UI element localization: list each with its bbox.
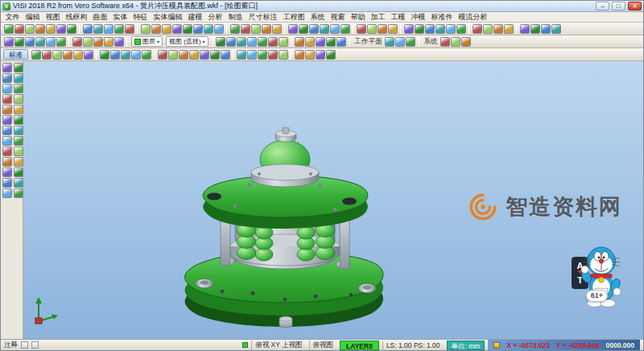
tool-icon[interactable] <box>295 37 304 47</box>
units-indicator[interactable]: 单位: mm <box>447 341 485 350</box>
menu-item[interactable]: 实体编辑 <box>151 12 185 23</box>
tool-icon[interactable] <box>63 50 72 60</box>
menu-item[interactable]: 模流分析 <box>456 12 490 23</box>
tool-icon[interactable] <box>504 24 514 34</box>
tool-icon[interactable] <box>14 157 23 167</box>
tool-icon[interactable] <box>52 50 62 60</box>
tool-icon[interactable] <box>14 37 24 47</box>
tool-icon[interactable] <box>204 24 213 34</box>
tool-icon[interactable] <box>305 50 315 60</box>
tool-icon[interactable] <box>378 24 387 34</box>
tool-icon[interactable] <box>2 167 12 177</box>
annotation-toggle-icon[interactable] <box>21 341 28 349</box>
tool-icon[interactable] <box>46 37 56 47</box>
menu-item[interactable]: 工程图 <box>280 12 308 23</box>
tool-icon[interactable] <box>279 50 288 60</box>
tool-icon[interactable] <box>2 157 12 167</box>
tool-icon[interactable] <box>193 24 203 34</box>
tool-icon[interactable] <box>2 188 12 198</box>
tool-icon[interactable] <box>357 24 366 34</box>
tool-icon[interactable] <box>158 50 167 60</box>
tool-icon[interactable] <box>258 50 267 60</box>
model-3d[interactable] <box>172 127 398 339</box>
tool-icon[interactable] <box>35 37 45 47</box>
close-button[interactable]: ✕ <box>628 2 642 10</box>
tool-icon[interactable] <box>14 147 23 156</box>
tool-icon[interactable] <box>104 37 114 47</box>
tool-icon[interactable] <box>316 37 325 47</box>
menu-item[interactable]: 标准件 <box>428 12 456 23</box>
tool-icon[interactable] <box>125 24 134 34</box>
menu-item[interactable]: 尺寸标注 <box>246 12 280 23</box>
tool-icon[interactable] <box>121 50 130 60</box>
tool-icon[interactable] <box>93 24 103 34</box>
coordinate-lock-icon[interactable] <box>493 342 500 349</box>
menu-item[interactable]: 建模 <box>185 12 205 23</box>
tool-icon[interactable] <box>251 24 261 34</box>
tool-icon[interactable] <box>461 37 471 47</box>
tool-icon[interactable] <box>2 136 12 146</box>
menu-item[interactable]: 特征 <box>130 12 151 23</box>
maximize-button[interactable]: □ <box>612 2 625 10</box>
tool-icon[interactable] <box>14 94 23 104</box>
tool-icon[interactable] <box>316 50 325 60</box>
tool-icon[interactable] <box>2 63 12 72</box>
tool-icon[interactable] <box>14 167 23 177</box>
menu-item[interactable]: 视图 <box>43 12 63 23</box>
tool-icon[interactable] <box>483 24 493 34</box>
viewport[interactable]: 智造资料网 A T <box>23 61 643 339</box>
tool-icon[interactable] <box>247 50 257 60</box>
tool-icon[interactable] <box>551 24 561 34</box>
tool-icon[interactable] <box>42 50 52 60</box>
tool-icon[interactable] <box>131 50 141 60</box>
tool-icon[interactable] <box>226 37 236 47</box>
tool-icon[interactable] <box>14 115 23 125</box>
tool-icon[interactable] <box>330 24 340 34</box>
tool-icon[interactable] <box>2 115 12 125</box>
tool-icon[interactable] <box>385 37 394 47</box>
tool-icon[interactable] <box>93 37 103 47</box>
tool-icon[interactable] <box>326 37 336 47</box>
tool-icon[interactable] <box>56 24 66 34</box>
tool-icon[interactable] <box>84 50 93 60</box>
tool-icon[interactable] <box>189 50 199 60</box>
tool-icon[interactable] <box>14 84 23 93</box>
menu-item[interactable]: 曲面 <box>90 12 110 23</box>
tool-icon[interactable] <box>200 50 209 60</box>
doraemon-sticker[interactable] <box>580 246 622 316</box>
tool-icon[interactable] <box>25 37 35 47</box>
menu-item[interactable]: 制造 <box>225 12 246 23</box>
count-badge[interactable]: 61+ <box>586 290 608 302</box>
tool-icon[interactable] <box>214 24 224 34</box>
tool-icon[interactable] <box>456 24 466 34</box>
tool-icon[interactable] <box>2 73 12 83</box>
tool-icon[interactable] <box>2 94 12 104</box>
menu-item[interactable]: 系统 <box>308 12 328 23</box>
menu-item[interactable]: 编辑 <box>23 12 43 23</box>
tool-icon[interactable] <box>520 24 530 34</box>
toolbar-tab[interactable]: 标准 <box>3 49 28 60</box>
tool-icon[interactable] <box>404 24 414 34</box>
tool-icon[interactable] <box>83 37 93 47</box>
tool-icon[interactable] <box>279 37 288 47</box>
tool-icon[interactable] <box>268 37 278 47</box>
toolbar-dropdown[interactable]: 图层▾ <box>131 36 163 47</box>
tool-icon[interactable] <box>305 37 315 47</box>
tool-icon[interactable] <box>4 24 14 34</box>
tool-icon[interactable] <box>530 24 540 34</box>
tool-icon[interactable] <box>451 37 460 47</box>
tool-icon[interactable] <box>104 24 114 34</box>
tool-icon[interactable] <box>367 24 377 34</box>
view-orientation[interactable]: 俯视 XY 上视图 <box>251 341 305 350</box>
menu-item[interactable]: 文件 <box>2 12 23 23</box>
menu-item[interactable]: 分析 <box>205 12 225 23</box>
tool-icon[interactable] <box>288 24 298 34</box>
tool-icon[interactable] <box>183 24 192 34</box>
tool-icon[interactable] <box>493 24 503 34</box>
tool-icon[interactable] <box>114 37 124 47</box>
tool-icon[interactable] <box>14 105 23 114</box>
tool-icon[interactable] <box>151 24 161 34</box>
tool-icon[interactable] <box>406 37 415 47</box>
tool-icon[interactable] <box>73 50 83 60</box>
tool-icon[interactable] <box>2 178 12 188</box>
